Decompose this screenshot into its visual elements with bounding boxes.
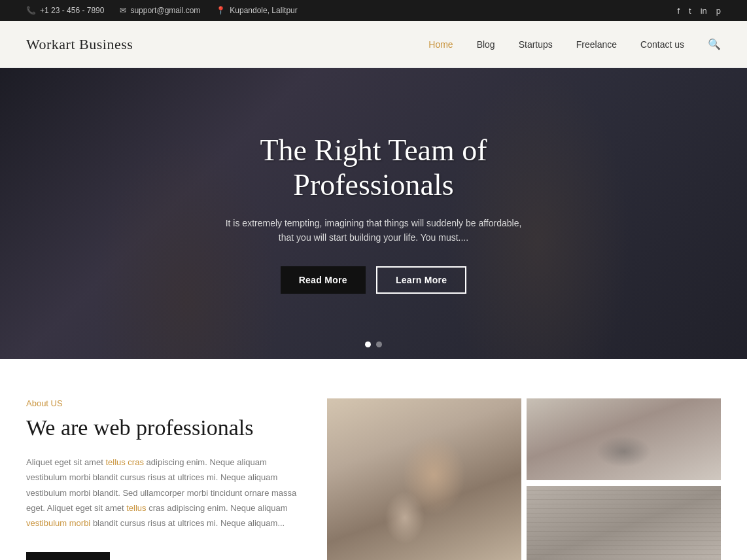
pinterest-link[interactable]: p	[716, 6, 721, 16]
facebook-link[interactable]: f	[677, 6, 680, 16]
top-bar: 📞 +1 23 - 456 - 7890 ✉ support@gmail.com…	[0, 0, 747, 21]
hero-learn-more-button[interactable]: Learn More	[376, 266, 466, 294]
about-image-laptop	[527, 398, 721, 480]
hero-title: The Right Team of Professionals	[177, 133, 570, 203]
twitter-link[interactable]: t	[689, 6, 691, 16]
hero-dot-2[interactable]	[376, 341, 382, 347]
nav-contact[interactable]: Contact us	[640, 39, 684, 50]
hero-dot-1[interactable]	[365, 341, 371, 347]
hero-read-more-button[interactable]: Read More	[281, 266, 366, 294]
about-title: We are web professionals	[26, 415, 301, 442]
nav-startups[interactable]: Startups	[519, 39, 553, 50]
about-image-keyboard	[527, 486, 721, 560]
main-nav: Home Blog Startups Freelance Contact us …	[428, 38, 721, 50]
search-icon[interactable]: 🔍	[708, 38, 721, 50]
about-read-more-button[interactable]: Read More	[26, 552, 110, 560]
top-bar-contact: 📞 +1 23 - 456 - 7890 ✉ support@gmail.com…	[26, 6, 298, 15]
phone-info: 📞 +1 23 - 456 - 7890	[26, 6, 104, 15]
nav-home[interactable]: Home	[428, 39, 453, 50]
hero-content: The Right Team of Professionals It is ex…	[177, 133, 570, 294]
location-icon: 📍	[216, 6, 226, 15]
about-label: About US	[26, 398, 301, 408]
hero-buttons: Read More Learn More	[177, 266, 570, 294]
about-section: About US We are web professionals Alique…	[0, 359, 747, 560]
social-links: f t in p	[677, 6, 721, 16]
hero-section: The Right Team of Professionals It is ex…	[0, 68, 747, 359]
email-info: ✉ support@gmail.com	[120, 6, 200, 15]
about-left-column: About US We are web professionals Alique…	[26, 398, 301, 560]
phone-icon: 📞	[26, 6, 36, 15]
location-info: 📍 Kupandole, Lalitpur	[216, 6, 297, 15]
header: Workart Business Home Blog Startups Free…	[0, 21, 747, 68]
about-image-man	[327, 398, 521, 560]
about-images	[327, 398, 721, 560]
nav-freelance[interactable]: Freelance	[576, 39, 617, 50]
email-icon: ✉	[120, 6, 126, 15]
phone-number: +1 23 - 456 - 7890	[40, 6, 104, 15]
hero-dots	[365, 341, 382, 347]
email-address: support@gmail.com	[130, 6, 200, 15]
nav-blog[interactable]: Blog	[477, 39, 495, 50]
site-logo[interactable]: Workart Business	[26, 36, 133, 53]
hero-subtitle: It is extremely tempting, imagining that…	[223, 216, 524, 245]
about-text: Aliquet eget sit amet tellus cras adipis…	[26, 455, 301, 531]
location-text: Kupandole, Lalitpur	[230, 6, 297, 15]
instagram-link[interactable]: in	[701, 6, 707, 16]
